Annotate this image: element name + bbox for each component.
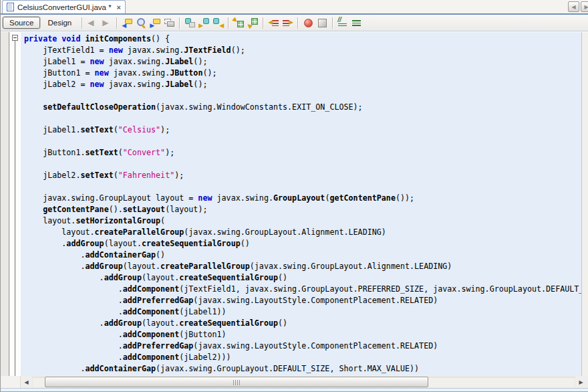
stop-macro-icon [317, 17, 328, 28]
forward-button[interactable] [100, 16, 114, 30]
code-line[interactable]: .addGroup(layout.createSequentialGroup() [24, 238, 581, 250]
code-line[interactable] [24, 90, 581, 102]
next-bookmark-button[interactable] [197, 16, 211, 30]
java-file-icon [7, 3, 14, 11]
prev-usage-icon [247, 17, 259, 28]
editor-tab-bar: CelsiusConverterGUI.java * × ◀ ▶ [1, 0, 588, 15]
prev-usage-button[interactable] [246, 16, 260, 30]
netbeans-editor-window: CelsiusConverterGUI.java * × ◀ ▶ Source … [0, 0, 588, 392]
code-line[interactable]: private void initComponents() { [24, 33, 581, 45]
scrollbar-corner [1, 376, 21, 388]
source-editor[interactable]: private void initComponents() { jTextFie… [1, 32, 588, 376]
back-button[interactable] [86, 16, 100, 30]
next-usage-icon [233, 17, 245, 28]
code-line[interactable]: jLabel1.setText("Celsius"); [24, 124, 581, 136]
code-line[interactable]: javax.swing.GroupLayout layout = new jav… [24, 193, 581, 204]
shift-left-icon [268, 17, 279, 28]
code-line[interactable]: getContentPane().setLayout(layout); [24, 204, 581, 215]
code-line[interactable]: layout.setHorizontalGroup( [24, 215, 581, 227]
code-line[interactable]: .addComponent(jLabel1)) [24, 306, 581, 318]
code-line[interactable] [24, 181, 581, 193]
source-toggle-button[interactable]: Source [3, 17, 40, 29]
last-edit-icon [122, 17, 133, 28]
toolbar-separator [228, 17, 229, 29]
tab-scroll-left-icon[interactable]: ◀ [568, 1, 579, 12]
find-selection-icon [136, 17, 147, 28]
uncomment-icon [351, 17, 363, 28]
prev-bookmark-icon [184, 17, 196, 28]
last-edit-button[interactable] [120, 16, 134, 30]
fold-collapse-icon[interactable] [12, 35, 18, 41]
code-line[interactable] [24, 113, 581, 124]
code-line[interactable]: .addContainerGap() [24, 250, 581, 261]
scrollbar-left-arrow-icon[interactable]: ◀ [21, 377, 32, 387]
stop-macro-button[interactable] [315, 16, 329, 30]
uncomment-button[interactable] [350, 16, 364, 30]
code-line[interactable]: .addPreferredGap(javax.swing.LayoutStyle… [24, 340, 581, 352]
code-line[interactable]: jLabel1 = new javax.swing.JLabel(); [24, 56, 581, 68]
comment-icon [337, 17, 349, 28]
code-line[interactable]: jTextField1 = new javax.swing.JTextField… [24, 45, 581, 56]
code-line[interactable]: .addGroup(layout.createParallelGroup(jav… [24, 261, 581, 272]
code-line[interactable]: setDefaultCloseOperation(javax.swing.Win… [24, 102, 581, 113]
code-line[interactable]: jLabel2 = new javax.swing.JLabel(); [24, 79, 581, 90]
find-next-icon [150, 17, 161, 28]
record-macro-button[interactable] [301, 16, 315, 30]
toolbar-separator [179, 17, 180, 29]
code-line[interactable] [24, 159, 581, 170]
glyph-gutter [1, 32, 9, 376]
shift-right-icon [282, 17, 293, 28]
fold-extent-line [15, 40, 15, 376]
find-next-button[interactable] [148, 16, 162, 30]
design-toggle-button[interactable]: Design [41, 17, 78, 28]
shift-right-button[interactable] [281, 16, 295, 30]
toolbar-icons [86, 16, 364, 30]
code-line[interactable]: jButton1.setText("Convert"); [24, 147, 581, 159]
toggle-highlight-button[interactable] [162, 16, 176, 30]
scrollbar-right-arrow-icon[interactable]: ▶ [575, 377, 587, 387]
toolbar-separator [297, 17, 299, 29]
code-line[interactable]: jLabel2.setText("Fahrenheit"); [24, 170, 581, 181]
toolbar-separator [82, 17, 83, 29]
code-line[interactable]: .addPreferredGap(javax.swing.LayoutStyle… [24, 295, 581, 306]
next-bookmark-icon [198, 17, 210, 28]
code-line[interactable]: .addComponent(jButton1) [24, 329, 581, 340]
code-line[interactable]: .addContainerGap(javax.swing.GroupLayout… [24, 363, 581, 375]
forward-icon [101, 17, 112, 28]
scrollbar-thumb[interactable] [45, 377, 428, 387]
editor-toolbar: Source Design [1, 15, 588, 31]
scrollbar-track[interactable] [32, 377, 575, 387]
scrollbar-grip-icon [233, 380, 240, 385]
shift-left-button[interactable] [267, 16, 281, 30]
error-stripe[interactable] [581, 32, 588, 376]
code-lines[interactable]: private void initComponents() { jTextFie… [21, 32, 581, 376]
tab-title: CelsiusConverterGUI.java * [17, 3, 112, 11]
code-line[interactable]: .addGroup(layout.createSequentialGroup() [24, 272, 581, 284]
toolbar-separator [116, 17, 118, 29]
toolbar-separator [332, 17, 333, 29]
code-line[interactable]: layout.createParallelGroup(javax.swing.G… [24, 227, 581, 238]
code-fold-margin [10, 32, 21, 376]
toggle-highlight-icon [164, 17, 175, 28]
status-strip [1, 388, 588, 392]
toggle-bookmark-icon [212, 17, 224, 28]
prev-bookmark-button[interactable] [183, 16, 197, 30]
code-line[interactable]: .addGroup(layout.createSequentialGroup() [24, 318, 581, 329]
toolbar-separator [263, 17, 264, 29]
next-usage-button[interactable] [232, 16, 246, 30]
code-line[interactable]: .addComponent(jLabel2))) [24, 352, 581, 363]
back-icon [87, 17, 98, 28]
comment-button[interactable] [336, 16, 350, 30]
code-line[interactable]: .addComponent(jTextField1, javax.swing.G… [24, 284, 581, 295]
horizontal-scrollbar[interactable]: ◀ ▶ [1, 376, 588, 388]
toggle-bookmark-button[interactable] [211, 16, 225, 30]
tab-celsiusconvertergui[interactable]: CelsiusConverterGUI.java * × [2, 0, 126, 13]
code-line[interactable]: jButton1 = new javax.swing.JButton(); [24, 68, 581, 79]
tab-scroll-buttons: ◀ ▶ [568, 1, 588, 12]
record-macro-icon [303, 17, 314, 28]
tab-close-icon[interactable]: × [117, 4, 121, 11]
code-line[interactable] [24, 136, 581, 147]
tab-scroll-right-icon[interactable]: ▶ [581, 1, 588, 12]
find-selection-button[interactable] [134, 16, 148, 30]
